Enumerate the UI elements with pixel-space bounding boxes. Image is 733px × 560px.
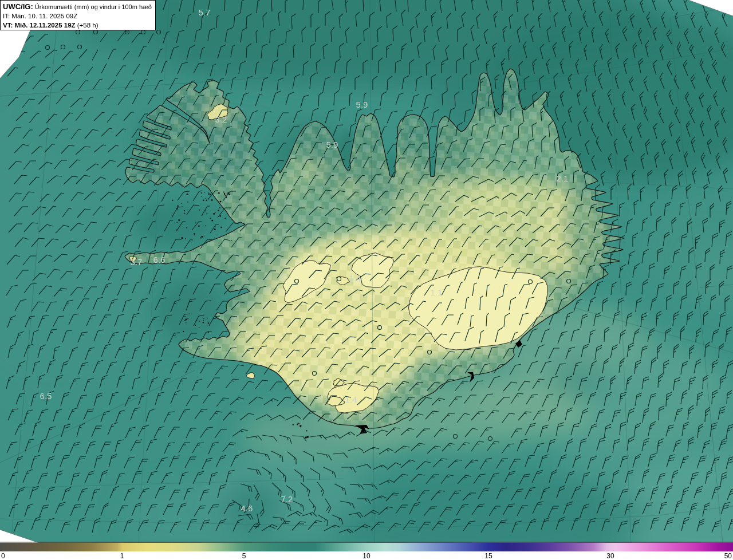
svg-text:2.1: 2.1 — [557, 173, 569, 183]
svg-text:6.6: 6.6 — [153, 255, 165, 265]
svg-text:1.1: 1.1 — [431, 287, 443, 297]
svg-text:50: 50 — [724, 552, 732, 560]
svg-text:1.4: 1.4 — [345, 395, 357, 404]
svg-text:10: 10 — [362, 552, 371, 560]
svg-text:5: 5 — [242, 552, 246, 560]
svg-text:UWC/IG: Úrkomumætti (mm) og vi: UWC/IG: Úrkomumætti (mm) og vindur i 100… — [3, 2, 152, 11]
svg-text:5.9: 5.9 — [326, 140, 338, 149]
svg-text:3.2: 3.2 — [215, 115, 227, 124]
svg-text:IT: Mán. 10. 11. 2025 09Z: IT: Mán. 10. 11. 2025 09Z — [3, 13, 77, 19]
svg-text:1.4: 1.4 — [349, 273, 361, 283]
svg-text:5.9: 5.9 — [356, 100, 368, 109]
svg-text:3.7: 3.7 — [131, 257, 143, 267]
svg-text:1: 1 — [120, 552, 124, 560]
svg-text:5.7: 5.7 — [199, 7, 211, 17]
svg-text:15: 15 — [484, 552, 492, 560]
svg-text:VT: Mið. 12.11.2025 19Z (+58 h: VT: Mið. 12.11.2025 19Z (+58 h) — [3, 22, 98, 29]
svg-text:4.6: 4.6 — [241, 503, 253, 513]
svg-text:30: 30 — [606, 552, 614, 560]
svg-text:6.5: 6.5 — [40, 391, 52, 401]
svg-text:0: 0 — [1, 552, 5, 560]
svg-text:7.2: 7.2 — [281, 494, 293, 504]
